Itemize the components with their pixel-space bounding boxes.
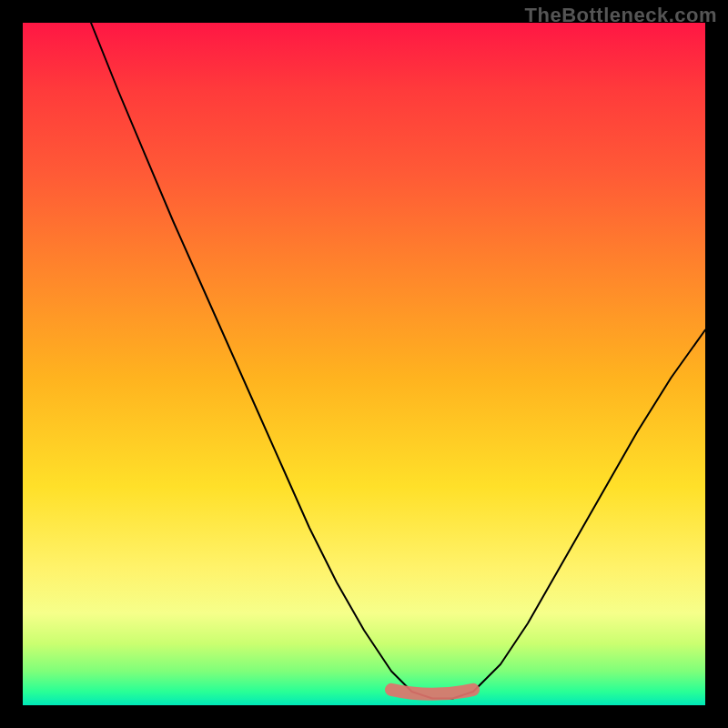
watermark-text: TheBottleneck.com <box>525 4 717 27</box>
curve-svg <box>23 23 705 705</box>
plateau-highlight <box>391 690 473 694</box>
bottleneck-curve <box>91 23 705 699</box>
plot-area <box>23 23 705 705</box>
chart-frame: TheBottleneck.com <box>0 0 728 728</box>
